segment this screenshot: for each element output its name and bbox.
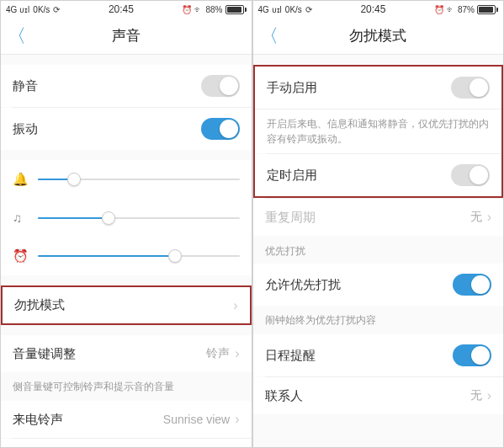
schedule-toggle[interactable] [453,344,491,366]
alarm-icon: ⏰ [434,5,444,14]
row-message-tone[interactable]: 信息铃声 Default › [1,439,252,447]
row-repeat[interactable]: 重复周期 无 › [253,199,504,236]
vibrate-toggle[interactable] [201,118,240,140]
repeat-value: 无 [470,210,482,225]
screen-sound: 4G ᴜɪl 0K/s ⟳ 20:45 ⏰ ᯤ 88% 〈 声音 静音 振动 🔔 [0,0,252,448]
wifi-icon: ᯤ [194,5,203,14]
row-vibrate: 振动 [1,108,252,150]
volkey-desc: 侧音量键可控制铃声和提示音的音量 [1,372,252,401]
row-contacts[interactable]: 联系人 无 › [253,377,504,414]
contacts-value: 无 [470,388,482,403]
back-button[interactable]: 〈 [260,24,279,49]
network-indicator: 4G ᴜɪl [6,5,29,14]
speed-indicator: 0K/s [285,5,302,14]
mute-label: 静音 [13,78,201,94]
section-priority: 优先打扰 [253,236,504,264]
row-schedule-reminder: 日程提醒 [253,334,504,376]
alarm-icon: ⏰ [182,5,192,14]
page-title: 勿扰模式 [253,26,504,45]
page-header: 〈 声音 [1,18,252,55]
battery-pct: 88% [205,5,222,14]
alarm-slider[interactable] [38,255,240,257]
mute-toggle[interactable] [201,75,240,97]
manual-desc: 开启后来电、信息和通知将静音，仅优先打扰的内容有铃声或振动。 [255,109,502,153]
alarm-slider-icon: ⏰ [13,248,29,264]
row-manual-enable: 手动启用 [255,67,502,109]
chevron-right-icon: › [487,210,491,225]
alarm-slider-row: ⏰ [1,237,252,275]
allow-label: 允许优先打扰 [265,277,454,293]
timed-toggle[interactable] [451,164,490,186]
row-timed-enable: 定时启用 [255,154,502,196]
ringtone-value: Sunrise view [163,413,230,426]
chevron-right-icon: › [233,298,237,313]
screen-dnd: 4G ᴜɪl 0K/s ⟳ 20:45 ⏰ ᯤ 87% 〈 勿扰模式 手动启用 … [252,0,505,448]
clock: 20:45 [60,3,182,15]
network-indicator: 4G ᴜɪl [258,5,282,14]
speed-indicator: 0K/s [33,5,50,14]
timed-label: 定时启用 [267,168,452,184]
chevron-right-icon: › [235,346,239,361]
page-header: 〈 勿扰模式 [253,18,504,55]
bell-icon: 🔔 [13,172,29,187]
repeat-label: 重复周期 [265,210,470,226]
vibrate-label: 振动 [13,121,201,137]
allow-toggle[interactable] [453,274,491,296]
ringer-slider[interactable] [38,179,240,180]
dnd-label: 勿扰模式 [14,297,233,313]
volkey-label: 音量键调整 [13,346,206,362]
clock: 20:45 [312,3,434,15]
schedule-label: 日程提醒 [265,348,454,364]
page-title: 声音 [1,26,252,45]
row-mute: 静音 [1,65,252,107]
wifi-icon: ᯤ [447,5,455,14]
status-bar: 4G ᴜɪl 0K/s ⟳ 20:45 ⏰ ᯤ 87% [253,1,504,18]
row-allow-priority: 允许优先打扰 [253,264,504,306]
manual-toggle[interactable] [451,77,490,99]
contacts-label: 联系人 [265,388,470,404]
chevron-right-icon: › [235,412,239,427]
refresh-icon: ⟳ [305,5,312,14]
music-icon: ♫ [13,211,29,225]
ringer-slider-row: 🔔 [1,160,252,199]
volkey-value: 铃声 [206,346,230,361]
battery-pct: 87% [458,5,475,14]
chevron-right-icon: › [487,388,491,403]
battery-icon [225,5,247,14]
back-button[interactable]: 〈 [8,24,26,49]
ringtone-label: 来电铃声 [13,412,163,428]
media-slider-row: ♫ [1,199,252,237]
row-dnd[interactable]: 勿扰模式 › [1,285,252,325]
battery-icon [477,5,498,14]
status-bar: 4G ᴜɪl 0K/s ⟳ 20:45 ⏰ ᯤ 88% [1,1,252,18]
row-ringtone[interactable]: 来电铃声 Sunrise view › [1,401,252,438]
refresh-icon: ⟳ [53,5,60,14]
row-volume-key[interactable]: 音量键调整 铃声 › [1,335,252,372]
media-slider[interactable] [38,217,240,219]
manual-label: 手动启用 [267,80,452,96]
alarm-priority-desc: 闹钟始终为优先打扰内容 [253,306,504,334]
